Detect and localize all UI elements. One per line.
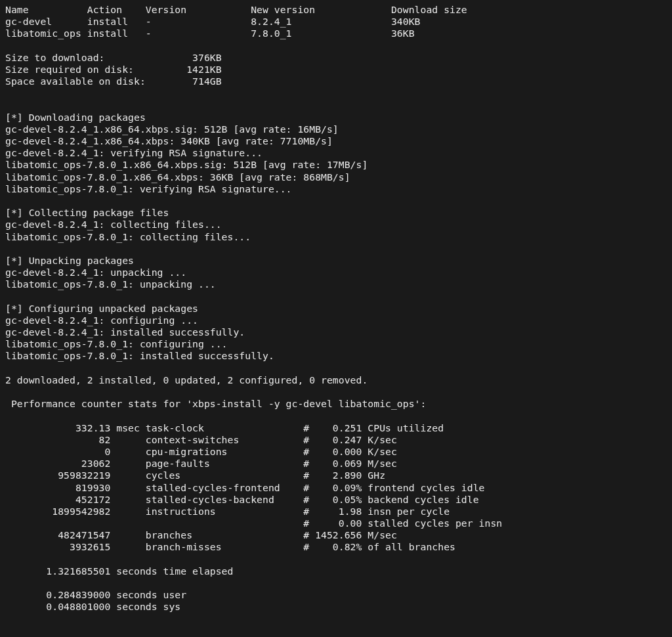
terminal-output: Name Action Version New version Download… xyxy=(0,0,672,617)
